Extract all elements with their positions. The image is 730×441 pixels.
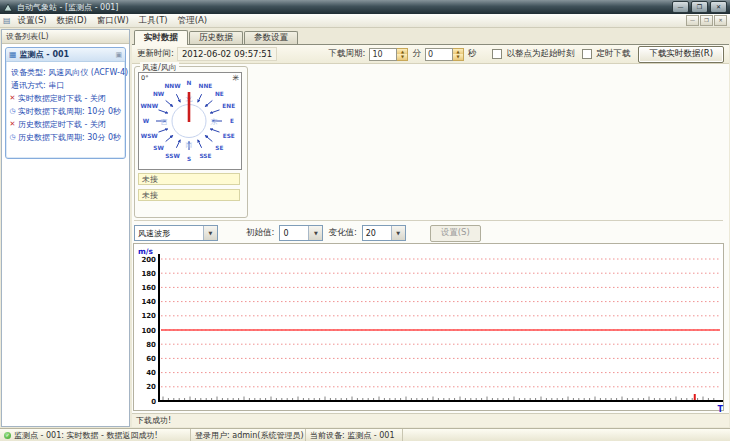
device-line-text: 通讯方式: 串口 [11, 79, 64, 92]
tab-realtime-data[interactable]: 实时数据 [134, 30, 188, 45]
minutes-down-icon[interactable]: ▼ [397, 54, 407, 60]
statusbar-status: ✓ 监测点 - 001: 实时数据 - 数据返回成功! [0, 429, 191, 441]
clock-icon: ◷ [9, 105, 16, 118]
compass-direction-label: NW [153, 91, 165, 97]
compass-direction-label: NNW [164, 83, 181, 89]
menu-settings[interactable]: 设置(S) [13, 15, 52, 27]
device-line-text: 历史数据定时下载 - 关闭 [18, 118, 106, 131]
realtime-tab-content: 风速/风向 0° 米 NNNENEENEEESESESSESSSWSWWSWWW… [132, 64, 729, 413]
pin-icon[interactable]: ▣ [115, 51, 122, 59]
compass-chinese-label: 东 [211, 118, 218, 126]
maximize-button[interactable]: ❐ [691, 1, 708, 13]
menu-admin[interactable]: 管理(A) [173, 15, 212, 27]
wind-compass: 0° 米 NNNENEENEEESESESSESSSWSWWSWWWNWNWNN… [138, 72, 242, 170]
tab-param-settings[interactable]: 参数设置 [244, 31, 298, 44]
y-tick-label: 60 [146, 355, 156, 363]
menu-tools[interactable]: 工具(T) [134, 15, 173, 27]
seconds-input[interactable]: 0 [425, 48, 453, 61]
compass-arrow [205, 135, 212, 141]
mdi-child-icon: ▤ [3, 16, 11, 26]
tab-history-data[interactable]: 历史数据 [189, 31, 243, 44]
device-info-line: ✕历史数据定时下载 - 关闭 [9, 118, 123, 131]
y-tick-label: 40 [146, 369, 156, 377]
compass-direction-label: NE [215, 91, 224, 97]
chart-controls-row: 风速波形 ▼ 初始值: 0 ▼ 变化值: 20 ▼ 设置(S) [134, 225, 723, 241]
device-panel-header[interactable]: ▦ 监测点 - 001 ▣ [6, 48, 125, 62]
download-period-label: 下载周期: [329, 48, 366, 60]
compass-arrow [205, 100, 212, 106]
compass-direction-label: ESE [223, 133, 235, 139]
success-check-icon: ✓ [4, 432, 11, 439]
waveform-select[interactable]: 风速波形 ▼ [134, 225, 218, 241]
align-to-hour-checkbox[interactable] [492, 49, 502, 59]
wind-groupbox: 风速/风向 0° 米 NNNENEENEEESESESSESSSWSWWSWWW… [134, 66, 248, 218]
cross-icon: ✕ [9, 92, 16, 105]
compass-dial: NNNENEENEEESESESSESSSWSWWSWWWNWNWNNW北南西东 [139, 73, 239, 167]
download-realtime-button[interactable]: 下载实时数据(R) [638, 46, 724, 63]
mdi-restore-button[interactable]: ❐ [700, 15, 713, 26]
change-value-select[interactable]: 20 ▼ [362, 225, 406, 241]
mdi-close-button[interactable]: ✕ [714, 15, 727, 26]
device-line-text: 历史数据下载周期: 30分 0秒 [18, 131, 121, 144]
compass-arrow [176, 94, 180, 102]
device-info-line: 设备类型: 风速风向仪 (ACFW-4) [9, 66, 123, 79]
seconds-down-icon[interactable]: ▼ [453, 54, 463, 60]
align-to-hour-label: 以整点为起始时刻 [506, 48, 574, 60]
statusbar-user: 登录用户: admin(系统管理员) [191, 429, 306, 441]
menubar: ▤ 设置(S)数据(D)窗口(W)工具(T)管理(A) —❐✕ [0, 14, 730, 28]
compass-direction-label: ENE [222, 103, 235, 109]
compass-direction-label: WSW [141, 133, 159, 139]
menu-window[interactable]: 窗口(W) [92, 15, 134, 27]
wind-speed-chart: 020406080100120140160180200m/sT [133, 243, 724, 411]
device-line-text: 实时数据定时下载 - 关闭 [18, 92, 106, 105]
device-info-line: ◷历史数据下载周期: 30分 0秒 [9, 131, 123, 144]
compass-arrow [159, 110, 168, 113]
compass-arrow [210, 110, 219, 113]
compass-direction-label: WNW [140, 103, 158, 109]
mdi-minimize-button[interactable]: — [686, 15, 699, 26]
compass-arrow [198, 94, 202, 102]
minutes-unit-label: 分 [412, 48, 421, 60]
compass-direction-label: E [230, 118, 234, 124]
wind-speed-field: 未接 [138, 173, 240, 185]
device-info-line: ◷实时数据下载周期: 10分 0秒 [9, 105, 123, 118]
update-time-label: 更新时间: [137, 48, 174, 60]
menu-items: 设置(S)数据(D)窗口(W)工具(T)管理(A) [13, 15, 213, 27]
compass-chinese-label: 西 [161, 118, 168, 126]
compass-unit-label: 米 [233, 74, 240, 83]
device-panel[interactable]: ▦ 监测点 - 001 ▣ 设备类型: 风速风向仪 (ACFW-4)通讯方式: … [5, 47, 126, 159]
compass-direction-label: S [187, 156, 191, 162]
device-info-line: 通讯方式: 串口 [9, 79, 123, 92]
settings-button[interactable]: 设置(S) [430, 225, 481, 242]
download-controls: 下载周期: 10 ▲▼ 分 0 ▲▼ 秒 以整点为起始时刻 定时下载 [329, 46, 724, 63]
compass-direction-label: NNE [199, 83, 213, 89]
change-value-label: 变化值: [328, 227, 356, 239]
menu-data[interactable]: 数据(D) [52, 15, 92, 27]
cross-icon: ✕ [9, 118, 16, 131]
minutes-input[interactable]: 10 [369, 48, 397, 61]
window-title: 自动气象站 - [监测点 - 001] [17, 2, 668, 13]
app-icon [3, 3, 13, 12]
device-grid-icon: ▦ [9, 50, 17, 59]
compass-direction-label: W [143, 118, 150, 124]
device-info-line: ✕实时数据定时下载 - 关闭 [9, 92, 123, 105]
device-panel-title: 监测点 - 001 [20, 49, 70, 60]
window-controls: —❐✕ [672, 1, 727, 13]
compass-arrow [210, 129, 219, 132]
minimize-button[interactable]: — [672, 1, 689, 13]
initial-value-select[interactable]: 0 ▼ [279, 225, 323, 241]
timed-download-checkbox[interactable] [582, 49, 592, 59]
y-tick-label: 200 [141, 256, 156, 264]
statusbar: ✓ 监测点 - 001: 实时数据 - 数据返回成功! 登录用户: admin(… [0, 428, 730, 441]
y-tick-label: 140 [141, 298, 156, 306]
x-axis-label: T [718, 405, 724, 414]
chevron-down-icon: ▼ [308, 226, 322, 240]
compass-direction-label: N [187, 80, 192, 86]
chevron-down-icon: ▼ [391, 226, 405, 240]
y-tick-label: 160 [141, 284, 156, 292]
sidebar-header: 设备列表(L) [2, 30, 129, 44]
tab-strip: 实时数据历史数据参数设置 [132, 29, 729, 45]
compass-chinese-label: 南 [186, 141, 193, 149]
y-tick-label: 20 [146, 383, 156, 391]
close-button[interactable]: ✕ [710, 1, 727, 13]
